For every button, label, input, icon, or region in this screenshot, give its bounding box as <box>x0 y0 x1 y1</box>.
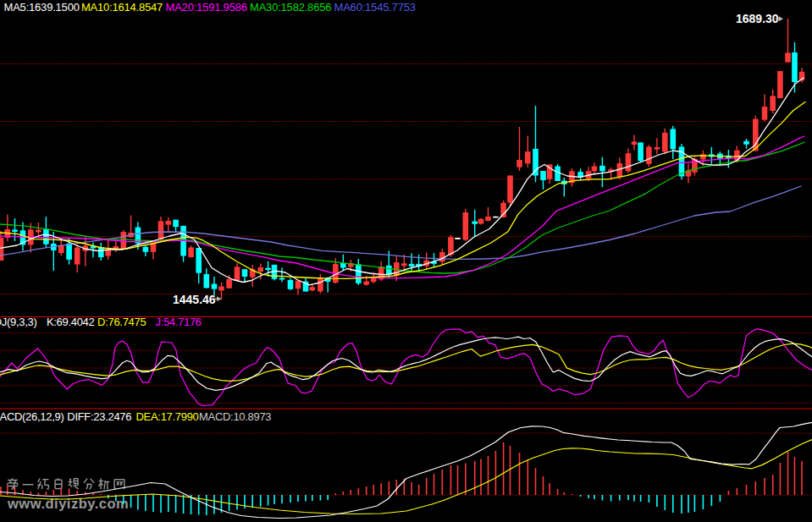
svg-text:DEA:17.7990: DEA:17.7990 <box>136 410 199 423</box>
svg-text:MA10:1614.8547: MA10:1614.8547 <box>81 1 163 14</box>
svg-text:1445.46: 1445.46 <box>173 293 216 306</box>
svg-text:K:69.4042: K:69.4042 <box>47 316 95 328</box>
svg-text:MA5:1639.1500: MA5:1639.1500 <box>4 1 80 14</box>
svg-text:DIFF:23.2476: DIFF:23.2476 <box>67 410 131 423</box>
svg-text:MA20:1591.9586: MA20:1591.9586 <box>166 1 247 14</box>
svg-text:D:76.7475: D:76.7475 <box>97 316 146 328</box>
svg-text:MA60:1545.7753: MA60:1545.7753 <box>334 1 416 14</box>
svg-text:KDJ(9,3,3): KDJ(9,3,3) <box>0 316 36 328</box>
svg-text:MACD(26,12,9): MACD(26,12,9) <box>0 410 64 423</box>
svg-text:1689.30: 1689.30 <box>736 12 779 25</box>
svg-text:J:54.7176: J:54.7176 <box>155 316 201 328</box>
svg-text:MACD:10.8973: MACD:10.8973 <box>199 410 271 423</box>
svg-text:MA30:1582.8656: MA30:1582.8656 <box>250 1 331 14</box>
